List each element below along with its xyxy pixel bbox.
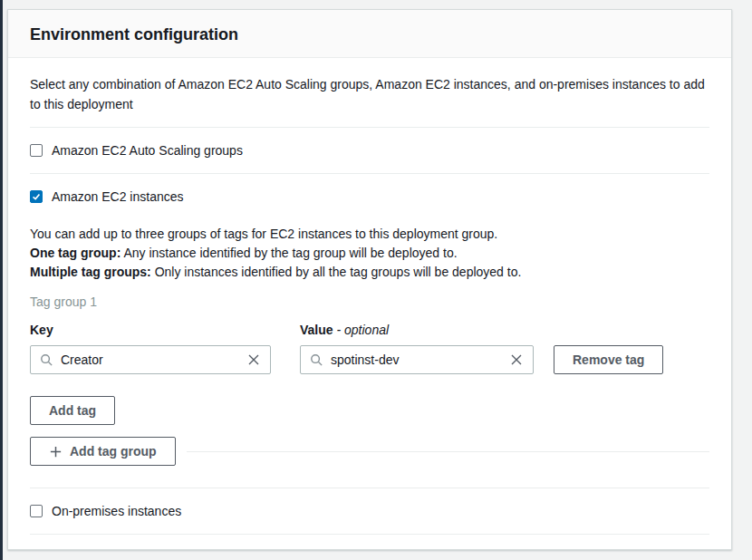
onprem-checkbox[interactable] [30,505,43,517]
key-label: Key [30,323,271,338]
tag-intro-line: You can add up to three groups of tags f… [30,227,497,241]
one-tag-group-text: Any instance identified by the tag group… [121,246,457,260]
add-tag-button[interactable]: Add tag [30,396,115,425]
value-input-wrap [300,345,534,374]
value-column: Value - optional [300,323,534,374]
horizontal-rule [187,451,709,452]
panel-header: Environment configuration [8,10,731,58]
key-input-wrap [30,345,271,374]
remove-tag-column: Remove tag [554,345,663,374]
value-clear-button[interactable] [509,352,524,367]
search-icon [40,353,53,367]
tag-form-row: Key Value - optional [30,323,709,374]
multiple-tag-groups-label: Multiple tag groups: [30,265,151,279]
side-nav-edge [0,0,3,560]
tag-groups-help-text: You can add up to three groups of tags f… [30,225,709,282]
value-label: Value - optional [300,323,534,338]
ec2-checkbox-row[interactable]: Amazon EC2 instances [30,174,709,219]
clear-x-icon [509,352,524,367]
panel-title: Environment configuration [30,25,709,44]
onprem-checkbox-label: On-premises instances [52,502,181,520]
key-column: Key [30,323,271,374]
onprem-checkbox-row[interactable]: On-premises instances [30,488,709,534]
remove-tag-button[interactable]: Remove tag [554,345,663,374]
add-tag-group-label: Add tag group [70,444,157,459]
environment-configuration-panel: Environment configuration Select any com… [7,9,732,550]
value-optional-text: - optional [336,323,389,337]
divider [30,534,709,535]
ec2-checkbox[interactable] [30,190,43,203]
ec2-checkbox-label: Amazon EC2 instances [52,188,184,206]
tag-group-title: Tag group 1 [30,294,709,310]
add-tag-group-row: Add tag group [30,437,709,466]
asg-checkbox-label: Amazon EC2 Auto Scaling groups [52,141,243,159]
search-icon [310,353,323,367]
key-input[interactable] [61,352,239,367]
asg-checkbox[interactable] [30,144,43,157]
panel-body: Select any combination of Amazon EC2 Aut… [8,58,731,535]
value-label-text: Value [300,323,333,337]
clear-x-icon [246,352,261,367]
multiple-tag-groups-text: Only instances identified by all the tag… [151,265,522,279]
one-tag-group-label: One tag group: [30,246,121,260]
value-input[interactable] [331,352,502,367]
add-tag-group-button[interactable]: Add tag group [30,437,176,466]
asg-checkbox-row[interactable]: Amazon EC2 Auto Scaling groups [30,128,709,173]
checkmark-icon [31,191,42,202]
plus-icon [49,445,63,459]
panel-description: Select any combination of Amazon EC2 Aut… [30,74,709,114]
key-clear-button[interactable] [246,352,261,367]
